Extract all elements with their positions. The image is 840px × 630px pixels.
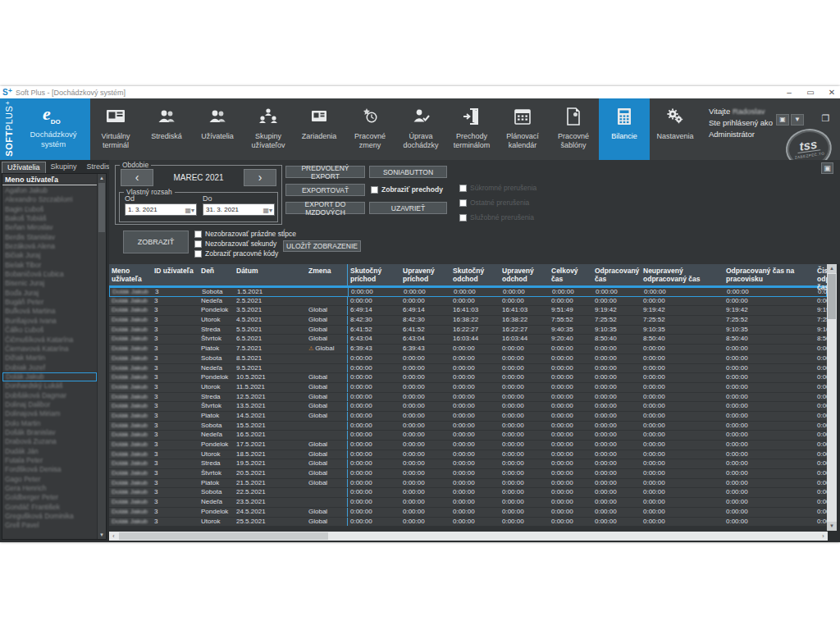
toolbar-item-bilancie[interactable]: Bilancie [599,98,650,160]
user-list-item[interactable]: Gregušková Dominika [2,512,97,521]
column-header-10[interactable]: Odpracovaný čas [592,264,641,285]
scroll-up-icon[interactable]: ▲ [98,174,106,182]
toolbar-item--prava-doch-dzky[interactable]: Úprava dochádzky [395,98,446,160]
user-list-item[interactable]: Dolák Jakub [2,372,97,381]
calendar-dropdown-icon[interactable]: ▦▾ [185,205,194,216]
user-list-item[interactable]: Dolinajová Miriam [2,409,97,418]
user-list-item[interactable]: Dolo Martin [2,419,97,428]
toolbar-item-u-vatelia[interactable]: Užívatelia [192,98,243,160]
toolbar-item-nastavenia[interactable]: Nastavenia [650,98,701,160]
table-row[interactable]: Dolák Jakub3Pondelok3.5.2021Global6:49:1… [109,306,827,316]
table-row[interactable]: Dolák Jakub3Piatok21.5.2021Global0:00:00… [109,479,827,489]
user-list-item[interactable]: Došák Branislav [2,428,97,437]
table-row[interactable]: Dolák Jakub3Štvrtok20.5.2021Global0:00:0… [109,469,827,479]
from-date-input[interactable]: 1. 3. 2021▦▾ [125,203,197,216]
table-horizontal-scrollbar[interactable]: ‹ › [109,532,828,541]
prev-month-button[interactable]: ‹ [121,169,153,186]
dropdown-button[interactable]: ▼ [791,114,804,126]
user-list-item[interactable]: Dobiak Jozef [2,363,97,372]
user-list-item[interactable]: Futala Peter [2,456,97,465]
scroll-left-icon[interactable]: ‹ [109,532,118,541]
table-row[interactable]: Dolák Jakub3Sobota8.5.20210:00:000:00:00… [109,354,827,364]
user-list-item[interactable]: Gago Peter [2,475,97,484]
scroll-right-icon[interactable]: › [819,532,828,541]
table-row[interactable]: Dolák Jakub3Pondelok10.5.2021Global0:00:… [109,373,827,383]
toolbar-item-zariadenia[interactable]: Zariadenia [294,98,345,160]
user-list-item[interactable]: Beňan Miroslav [2,223,97,232]
user-list-item[interactable]: Gondáč František [2,503,97,512]
calendar-dropdown-icon[interactable]: ▦▾ [262,205,272,216]
user-list-item[interactable]: Dolinaj Dalibor [2,400,97,409]
scroll-thumb[interactable] [119,532,328,540]
hide-seconds-checkbox[interactable]: Nezobrazovať sekundy [194,240,276,248]
user-list-item[interactable]: Bugáň Peter [2,298,97,307]
save-view-layout-button[interactable]: ULOŽIŤ ZOBRAZENIE [283,240,361,252]
maximize-button[interactable]: ▭ [806,86,815,98]
table-row[interactable]: Dolák Jakub3Utorok18.5.2021Global0:00:00… [109,450,827,460]
table-row[interactable]: Dolák Jakub3Nedeľa16.5.20210:00:000:00:0… [109,431,827,441]
to-date-input[interactable]: 31. 3. 2021▦▾ [203,203,275,216]
show-button[interactable]: ZOBRAZIŤ [123,231,189,253]
user-list-item[interactable]: Fordšková Denisa [2,465,97,474]
next-month-button[interactable]: › [244,169,276,186]
table-row[interactable]: Dolák Jakub3Utorok25.5.2021Global0:00:00… [109,518,827,527]
table-row[interactable]: Dolák Jakub3Sobota1.5.20210:00:000:00:00… [109,287,827,297]
table-row[interactable]: Dolák Jakub3Utorok4.5.2021Global8:42:308… [109,316,827,326]
table-row[interactable]: Dolák Jakub3Streda19.5.2021Global0:00:00… [109,459,827,469]
column-header-13[interactable]: Čistý odpracovaný čas [815,264,827,285]
checkbox-icon[interactable] [194,250,202,258]
scroll-thumb[interactable] [98,183,105,232]
table-row[interactable]: Dolák Jakub3Piatok7.5.2021⚠Global6:39:43… [109,345,827,354]
column-header-3[interactable]: Dátum [234,264,306,285]
scroll-up-icon[interactable]: ▲ [827,264,837,273]
table-row[interactable]: Dolák Jakub3Nedeľa23.5.20210:00:000:00:0… [109,498,827,508]
expand-panel-icon[interactable]: ▣ [821,162,833,174]
column-header-8[interactable]: Upravený odchod [500,264,549,285]
toolbar-item-stredisk-[interactable]: Strediská [141,98,192,160]
user-list-item[interactable]: Bagin Ľuboš [2,205,97,214]
user-list-item[interactable]: Bičiak Juraj [2,251,97,260]
column-header-11[interactable]: Neupravený odpracovaný čas [641,264,724,285]
toolbar-item-pracovn-zmeny[interactable]: Pracovné zmeny [345,98,395,160]
column-header-7[interactable]: Skutočný odchod [450,264,500,285]
column-header-6[interactable]: Upravený príchod [400,264,450,285]
user-list-item[interactable]: Bobaničová Ľubica [2,270,97,279]
user-list-item[interactable]: Dobšáková Dagmar [2,391,97,400]
close-button[interactable]: ✕ [827,86,837,98]
scroll-thumb[interactable] [828,274,836,319]
scroll-down-icon[interactable]: ▼ [98,531,106,539]
sidebar-tab-u-vatelia[interactable]: Užívatelia [2,162,46,173]
user-list-item[interactable]: Dižiak Martin [2,354,97,363]
table-row[interactable]: Dolák Jakub3Pondelok17.5.2021Global0:00:… [109,441,827,450]
table-row[interactable]: Dolák Jakub3Sobota15.5.20210:00:000:00:0… [109,422,827,431]
scroll-down-icon[interactable]: ▼ [827,522,837,531]
table-row[interactable]: Dolák Jakub3Sobota22.5.20210:00:000:00:0… [109,488,827,498]
column-header-0[interactable]: Meno užívateľa [109,264,152,285]
table-row[interactable]: Dolák Jakub3Streda5.5.2021Global6:41:526… [109,326,827,336]
table-row[interactable]: Dolák Jakub3Nedeľa9.5.20210:00:000:00:00… [109,364,827,374]
column-header-2[interactable]: Deň [199,264,234,285]
toolbar-item-pracovn-abl-ny[interactable]: Pracovné šablóny [548,98,599,160]
show-work-codes-checkbox[interactable]: Zobraziť pracovné kódy [194,249,278,258]
column-header-1[interactable]: ID užívateľa [152,264,199,285]
user-list-scrollbar[interactable]: ▲ ▼ [97,174,106,539]
toolbar-item-skupiny-u-vate-ov[interactable]: Skupiny užívateľov [243,98,294,160]
user-list-item[interactable]: Bisenic Juraj [2,279,97,288]
export-payroll-button[interactable]: EXPORT DO MZDOVÝCH [285,202,365,214]
table-row[interactable]: Dolák Jakub3Nedeľa2.5.20210:00:000:00:00… [109,297,827,307]
table-row[interactable]: Dolák Jakub3Štvrtok13.5.2021Global0:00:0… [109,402,827,412]
column-header-9[interactable]: Celkový čas [549,264,592,285]
toolbar-item-virtu-lny-termin-l[interactable]: Virtuálny terminál [90,98,141,160]
user-list-item[interactable]: Berdis Stanislav [2,233,97,242]
toolbar-item-prechody-termin-lom[interactable]: Prechody terminálom [446,98,497,160]
user-list-item[interactable]: Čálko Ľuboš [2,326,97,335]
toolbar-item-pl-novac-kalend-r[interactable]: Plánovací kalendár [497,98,548,160]
user-list-item[interactable]: Boďa Juraj [2,289,97,298]
table-row[interactable]: Dolák Jakub3Utorok11.5.2021Global0:00:00… [109,383,827,393]
user-list-item[interactable]: Gera Henrich [2,484,97,493]
column-header-5[interactable]: Skutočný príchod [347,264,400,285]
checkbox-icon[interactable] [194,240,202,248]
checkbox-icon[interactable] [371,186,378,194]
window-layout-icon[interactable]: ❐ [819,113,832,125]
user-list-item[interactable]: Bakoš Tobiáš [2,214,97,223]
